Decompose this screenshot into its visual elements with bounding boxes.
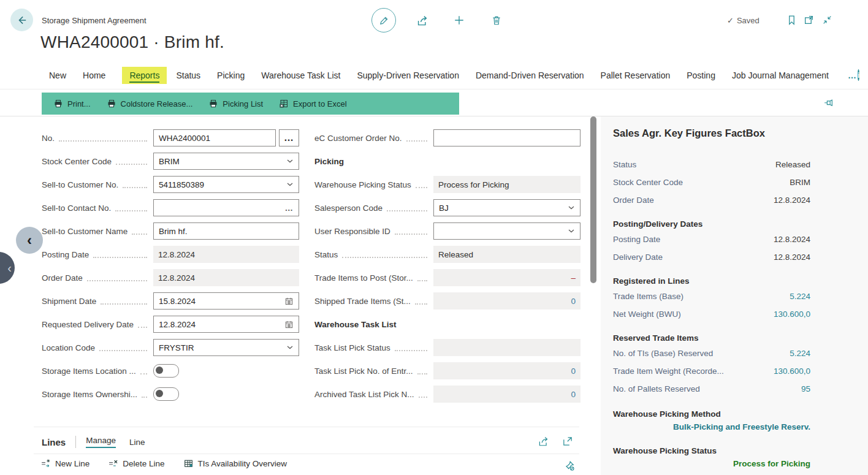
delete-line-button[interactable]: Delete Line [108, 458, 164, 469]
sell-to-customer-name-input[interactable] [159, 227, 294, 236]
printer-icon [107, 99, 116, 108]
tis-reserved-link[interactable]: 5.224 [790, 349, 810, 358]
factbox-row-net-weight: Net Weight (BWU) 130.600,0 [613, 307, 810, 321]
field-status: Status Released [314, 246, 581, 263]
picking-method-value[interactable]: Bulk-Picking and Freestyle Reserv. [613, 422, 810, 431]
lines-tab-manage[interactable]: Manage [86, 436, 116, 448]
picking-list-button[interactable]: Picking List [200, 93, 271, 115]
tab-pallet-reservation[interactable]: Pallet Reservation [601, 70, 671, 80]
trade-item-weight-link[interactable]: 130.600,0 [774, 367, 810, 376]
toggle-knob [156, 367, 163, 374]
main-scrollbar[interactable] [590, 116, 596, 283]
save-status: ✓ Saved [727, 16, 760, 25]
info-icon[interactable]: i [858, 69, 859, 81]
chevron-down-icon[interactable] [286, 182, 294, 187]
edit-button[interactable] [371, 8, 396, 32]
field-user-responsible-id: User Responsible ID [314, 222, 581, 240]
expand-icon [562, 436, 573, 447]
tab-supply-driven-reservation[interactable]: Supply-Driven Reservation [357, 70, 459, 80]
tab-home[interactable]: Home [83, 70, 105, 80]
bookmark-button[interactable] [786, 15, 797, 25]
lines-share-button[interactable] [538, 436, 549, 447]
print-button[interactable]: Print... [45, 93, 99, 115]
lines-tab-line[interactable]: Line [129, 438, 145, 447]
coldstore-release-button[interactable]: Coldstore Release... [99, 93, 201, 115]
field-warehouse-picking-status: Warehouse Picking Status Process for Pic… [314, 176, 581, 193]
new-document-button[interactable] [454, 15, 465, 26]
field-sell-to-customer-no: Sell-to Customer No. [42, 176, 299, 193]
factbox-heading-posting-delivery: Posting/Delivery Dates [613, 219, 868, 229]
share-button[interactable] [416, 15, 428, 26]
field-stock-center-code: Stock Center Code [42, 153, 299, 170]
printer-icon [208, 99, 218, 108]
tab-status[interactable]: Status [176, 70, 200, 80]
tab-picking[interactable]: Picking [217, 70, 245, 80]
lines-top-divider [34, 427, 579, 427]
export-to-excel-button[interactable]: Export to Excel [271, 93, 354, 115]
field-task-list-pick-status: Task List Pick Status [314, 339, 581, 356]
trash-icon [491, 15, 502, 26]
field-order-date: Order Date 12.8.2024 [42, 269, 299, 286]
more-options-icon[interactable]: … [848, 70, 858, 80]
lines-expand-button[interactable] [562, 436, 573, 447]
picking-status-value: Process for Picking [613, 459, 810, 468]
contact-assist-button[interactable]: … [285, 203, 294, 213]
tab-job-journal-management[interactable]: Job Journal Management [732, 70, 829, 80]
field-shipped-trade-items: Shipped Trade Items (St... 0 [314, 292, 581, 310]
stock-center-code-dropdown[interactable] [153, 153, 299, 170]
storage-items-ownership-toggle[interactable] [153, 387, 179, 401]
tab-posting[interactable]: Posting [687, 70, 715, 80]
chevron-down-icon[interactable] [568, 229, 575, 234]
tab-warehouse-task-list[interactable]: Warehouse Task List [261, 70, 340, 80]
open-in-new-window-button[interactable] [804, 15, 814, 25]
no-assist-button[interactable]: … [279, 129, 299, 146]
field-shipment-date: Shipment Date [42, 292, 299, 310]
salesperson-code-dropdown[interactable] [433, 199, 581, 216]
delete-button[interactable] [491, 15, 502, 26]
tab-new[interactable]: New [49, 70, 66, 80]
factbox-row-trade-items-base: Trade Items (Base) 5.224 [613, 289, 810, 303]
factbox-row-delivery-date: Delivery Date 12.8.2024 [613, 250, 810, 264]
posting-date-value: 12.8.2024 [153, 246, 299, 263]
tab-reports[interactable]: Reports [122, 67, 167, 84]
calendar-icon[interactable] [284, 297, 294, 306]
previous-record-button[interactable]: ‹ [0, 252, 15, 284]
sell-to-contact-no-input[interactable] [159, 203, 285, 213]
pin-icon[interactable] [823, 97, 834, 108]
location-code-dropdown[interactable] [153, 339, 299, 356]
back-button[interactable] [10, 9, 33, 31]
new-line-button[interactable]: New Line [40, 458, 89, 469]
chevron-left-icon: ‹ [7, 261, 12, 275]
collapse-button[interactable] [822, 15, 832, 25]
page-title: WHA2400001 · Brim hf. [40, 32, 224, 52]
chevron-down-icon[interactable] [286, 345, 294, 350]
warehouse-task-list-section-heading: Warehouse Task List [314, 316, 581, 333]
tis-availability-overview-button[interactable]: TIs Availability Overview [183, 458, 287, 469]
chevron-down-icon[interactable] [286, 159, 294, 164]
field-sell-to-customer-name: Sell-to Customer Name [42, 222, 299, 240]
saved-label: Saved [737, 16, 760, 25]
user-responsible-id-dropdown[interactable] [433, 222, 581, 240]
order-date-value: 12.8.2024 [153, 269, 299, 286]
no-input[interactable] [159, 134, 270, 143]
calendar-icon[interactable] [284, 320, 294, 329]
ec-customer-order-no-input[interactable] [439, 134, 575, 143]
net-weight-link[interactable]: 130.600,0 [774, 310, 810, 319]
field-storage-items-ownership: Storage Items Ownershi... [42, 386, 299, 403]
shipped-trade-items-value: 0 [433, 292, 581, 310]
chevron-down-icon[interactable] [568, 205, 575, 210]
storage-items-location-toggle[interactable] [153, 364, 179, 378]
printer-icon [53, 99, 63, 108]
tab-demand-driven-reservation[interactable]: Demand-Driven Reservation [476, 70, 584, 80]
form-left-column: No. … Stock Center Code Sell-to Customer… [42, 129, 299, 409]
trade-items-base-link[interactable]: 5.224 [790, 292, 810, 301]
requested-delivery-date-input[interactable] [159, 320, 284, 329]
lines-toolbar: New Line Delete Line TIs Availability Ov… [40, 458, 287, 469]
breadcrumb[interactable]: Storage Shipment Agreement [42, 16, 147, 25]
collapse-panel-button[interactable]: ‹ [16, 227, 43, 254]
unpin-icon[interactable] [564, 460, 575, 471]
sell-to-customer-no-dropdown[interactable] [153, 176, 299, 193]
new-line-icon [40, 458, 51, 469]
pallets-reserved-link[interactable]: 95 [801, 384, 810, 393]
shipment-date-input[interactable] [159, 297, 284, 306]
